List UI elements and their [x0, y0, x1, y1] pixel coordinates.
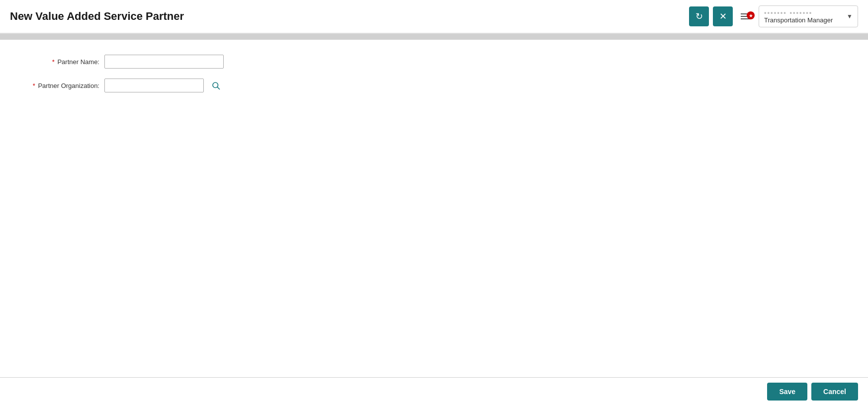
partner-organization-input[interactable]: [104, 79, 204, 92]
search-icon: [211, 81, 220, 90]
refresh-button[interactable]: ↻: [689, 6, 709, 26]
menu-button[interactable]: ★: [737, 11, 755, 21]
menu-badge: ★: [747, 11, 755, 19]
required-star-org: *: [33, 82, 35, 89]
page-footer: Save Cancel: [0, 377, 868, 405]
main-content: * Partner Name: * Partner Organization:: [0, 40, 868, 377]
partner-name-label: * Partner Name:: [20, 58, 99, 66]
badge-star-icon: ★: [749, 13, 753, 18]
refresh-icon: ↻: [695, 11, 703, 22]
page-title: New Value Added Service Partner: [10, 10, 689, 23]
save-button[interactable]: Save: [767, 383, 807, 401]
toolbar-separator: [0, 34, 868, 40]
partner-organization-row: * Partner Organization:: [20, 79, 848, 92]
required-star-name: *: [52, 58, 55, 66]
cancel-button[interactable]: Cancel: [811, 383, 858, 401]
partner-organization-label: * Partner Organization:: [20, 82, 99, 89]
close-icon: ✕: [719, 11, 727, 22]
partner-organization-search-button[interactable]: [209, 79, 223, 92]
chevron-down-icon: ▼: [847, 13, 853, 20]
form-section: * Partner Name: * Partner Organization:: [20, 55, 848, 92]
partner-name-input[interactable]: [104, 55, 224, 69]
partner-name-row: * Partner Name:: [20, 55, 848, 69]
user-dropdown[interactable]: ••••••• ••••••• Transportation Manager ▼: [759, 5, 858, 27]
page-header: New Value Added Service Partner ↻ ✕ ★ ••…: [0, 0, 868, 34]
svg-line-1: [217, 87, 219, 89]
user-role: Transportation Manager: [764, 16, 833, 24]
user-info: ••••••• ••••••• Transportation Manager: [764, 9, 833, 24]
close-button[interactable]: ✕: [713, 6, 733, 26]
header-actions: ↻ ✕ ★ ••••••• ••••••• Transportation Man…: [689, 5, 858, 27]
user-name-blurred: ••••••• •••••••: [764, 9, 833, 16]
